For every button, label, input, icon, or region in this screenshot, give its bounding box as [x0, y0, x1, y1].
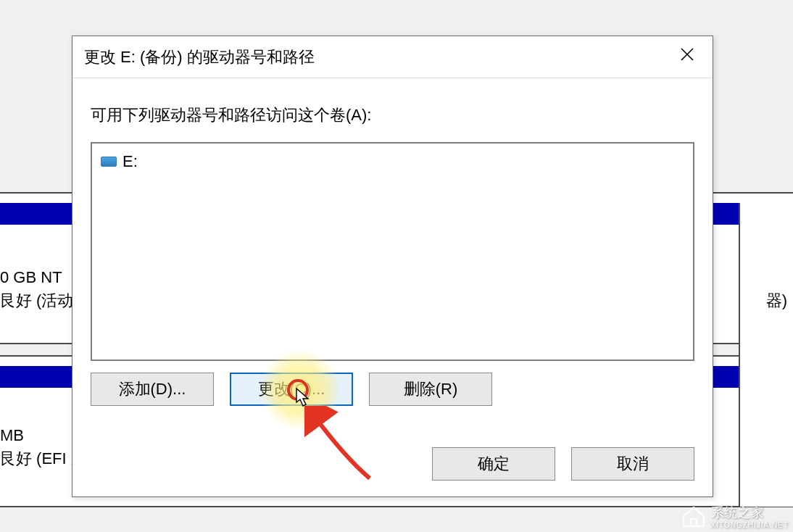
watermark: 系统之家 XITONGZHIJIA.NET [681, 503, 789, 529]
watermark-subtext: XITONGZHIJIA.NET [711, 521, 789, 529]
close-button[interactable] [662, 36, 713, 72]
drive-path-listbox[interactable]: E: [91, 142, 694, 361]
list-item-label: E: [123, 152, 138, 171]
drive-letter-dialog: 更改 E: (备份) 的驱动器号和路径 可用下列驱动器号和路径访问这个卷(A):… [72, 36, 713, 497]
cancel-button[interactable]: 取消 [571, 447, 694, 481]
add-button[interactable]: 添加(D)... [91, 373, 214, 406]
dialog-title: 更改 E: (备份) 的驱动器号和路径 [84, 46, 315, 68]
close-icon [681, 48, 694, 61]
change-button[interactable]: 更改(C)... [230, 373, 353, 406]
bg-right-fragment: 器) [766, 290, 787, 312]
instruction-label: 可用下列驱动器号和路径访问这个卷(A): [91, 104, 694, 126]
bg-partition1-size: 0 GB NT [0, 268, 62, 287]
bg-partition1-status: 艮好 (活动 [0, 290, 73, 312]
list-item[interactable]: E: [101, 151, 684, 173]
bg-right-column [739, 203, 793, 507]
dialog-footer: 确定 取消 [432, 447, 694, 481]
drive-icon [101, 157, 117, 167]
watermark-text: 系统之家 [711, 505, 763, 520]
bg-partition2-size: MB [0, 426, 24, 445]
dialog-titlebar: 更改 E: (备份) 的驱动器号和路径 [72, 36, 713, 78]
dialog-content: 可用下列驱动器号和路径访问这个卷(A): E: 添加(D)... 更改(C)..… [72, 78, 713, 419]
remove-button[interactable]: 删除(R) [369, 373, 492, 406]
house-icon [681, 503, 707, 529]
ok-button[interactable]: 确定 [432, 447, 555, 481]
action-button-row: 添加(D)... 更改(C)... 删除(R) [91, 373, 694, 406]
